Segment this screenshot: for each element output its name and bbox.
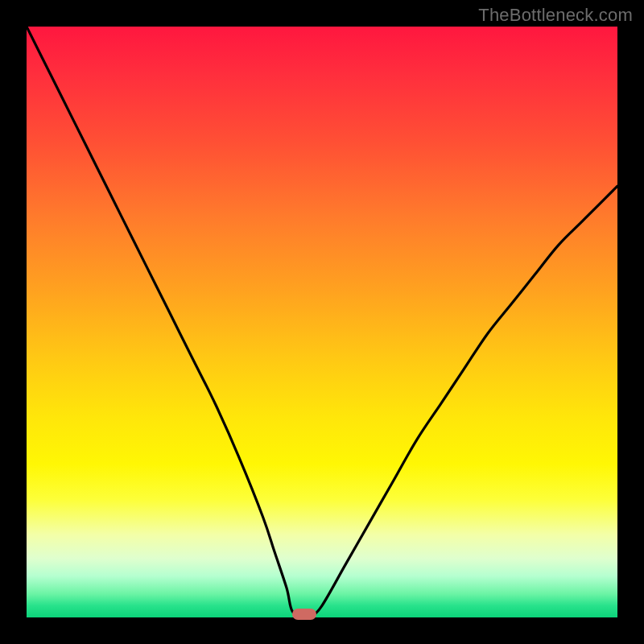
optimal-marker <box>292 609 316 620</box>
chart-frame: TheBottleneck.com <box>0 0 644 644</box>
watermark-label: TheBottleneck.com <box>478 5 633 26</box>
curve-path <box>27 27 617 617</box>
bottleneck-curve <box>27 27 617 617</box>
